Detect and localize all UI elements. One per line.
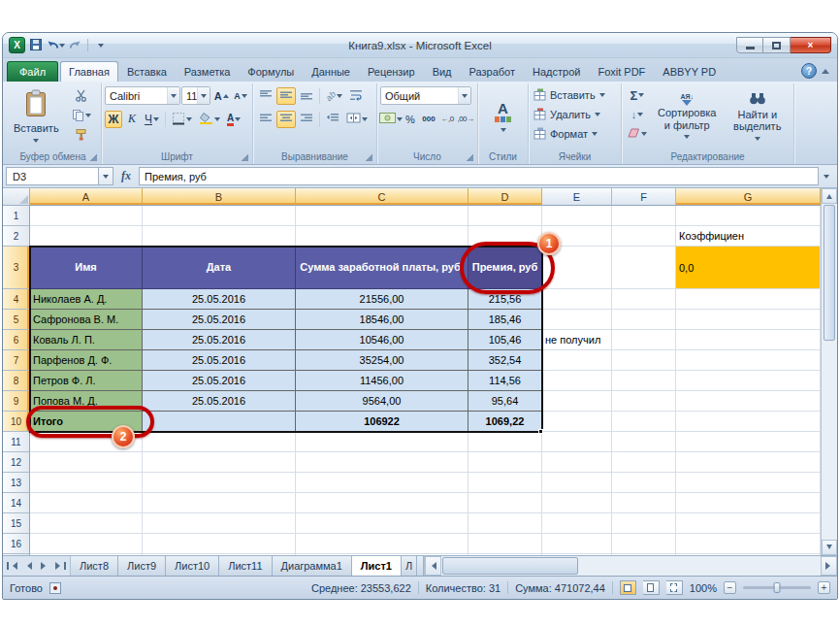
vertical-scroll-track[interactable] — [822, 342, 837, 540]
help-button[interactable]: ? — [801, 63, 817, 79]
cell-A5[interactable]: Сафронова В. М. — [30, 310, 143, 330]
minimize-button[interactable] — [736, 37, 763, 53]
prev-sheet-button[interactable] — [21, 559, 36, 574]
column-header-A[interactable]: A — [30, 188, 143, 206]
cell-A4[interactable]: Николаев А. Д. — [30, 289, 143, 310]
cell-C15[interactable] — [296, 513, 468, 534]
cell-C3[interactable]: Сумма заработной платы, руб. — [296, 247, 468, 289]
cell-C16[interactable] — [296, 534, 468, 554]
select-all-corner[interactable] — [3, 188, 30, 206]
cell-E5[interactable] — [542, 310, 612, 330]
cell-F11[interactable] — [612, 432, 676, 452]
cell-B10[interactable] — [143, 412, 296, 432]
column-header-G[interactable]: G — [676, 188, 821, 206]
zoom-slider-thumb[interactable] — [774, 582, 781, 593]
row-header-3[interactable]: 3 — [3, 247, 30, 289]
cell-A13[interactable] — [30, 473, 143, 493]
cell-F3[interactable] — [612, 247, 676, 289]
cell-E2[interactable] — [542, 226, 612, 247]
cell-A8[interactable]: Петров Ф. Л. — [30, 371, 143, 391]
cell-G6[interactable] — [676, 330, 821, 350]
cell-C17[interactable] — [296, 554, 468, 555]
cell-F6[interactable] — [612, 330, 676, 350]
cell-D14[interactable] — [468, 493, 542, 513]
last-sheet-button[interactable] — [52, 559, 67, 574]
cell-E13[interactable] — [542, 473, 612, 493]
cell-E17[interactable] — [542, 554, 612, 555]
cell-C2[interactable] — [296, 226, 468, 247]
cell-F13[interactable] — [612, 473, 676, 493]
tab-foxit-pdf[interactable]: Foxit PDF — [589, 61, 654, 82]
row-header-7[interactable]: 7 — [3, 350, 30, 371]
cell-G13[interactable] — [676, 473, 821, 493]
cell-F5[interactable] — [612, 310, 676, 330]
insert-cells-button[interactable]: Вставить — [532, 85, 618, 105]
tab-review[interactable]: Рецензир — [359, 61, 424, 82]
cell-D1[interactable] — [468, 206, 542, 226]
save-button[interactable] — [27, 37, 45, 53]
delete-cells-button[interactable]: Удалить — [532, 105, 618, 124]
tab-developer[interactable]: Разработ — [461, 61, 524, 82]
merge-center-button[interactable] — [343, 111, 371, 128]
cell-B1[interactable] — [143, 206, 296, 226]
row-header-5[interactable]: 5 — [3, 310, 30, 330]
cell-A2[interactable] — [30, 226, 143, 247]
vertical-scrollbar[interactable] — [821, 188, 837, 555]
cell-G11[interactable] — [676, 432, 821, 452]
cell-F1[interactable] — [612, 206, 676, 226]
sheet-tab-list11[interactable]: Лист11 — [219, 556, 272, 576]
format-painter-button[interactable] — [69, 126, 94, 144]
page-layout-view-button[interactable] — [643, 580, 660, 595]
cell-G4[interactable] — [676, 289, 821, 310]
align-right-button[interactable] — [297, 111, 316, 128]
next-sheet-button[interactable] — [37, 559, 51, 574]
number-dialog-launcher[interactable] — [466, 153, 473, 161]
cell-F12[interactable] — [612, 452, 676, 473]
cell-C14[interactable] — [296, 493, 468, 513]
horizontal-scroll-thumb[interactable] — [442, 557, 578, 575]
row-header-16[interactable]: 16 — [3, 534, 30, 554]
cell-B12[interactable] — [143, 452, 296, 473]
align-top-button[interactable] — [256, 87, 275, 105]
cell-C1[interactable] — [296, 206, 468, 226]
format-cells-button[interactable]: Формат — [532, 124, 618, 144]
cut-button[interactable] — [69, 87, 94, 105]
zoom-in-button[interactable]: + — [818, 581, 830, 594]
cell-D8[interactable]: 114,56 — [468, 371, 542, 391]
maximize-button[interactable] — [763, 37, 791, 53]
column-header-C[interactable]: C — [296, 188, 468, 206]
cell-B14[interactable] — [143, 493, 296, 513]
cell-B8[interactable]: 25.05.2016 — [143, 371, 296, 391]
row-header-10[interactable]: 10 — [3, 412, 30, 432]
sheet-tab-diagramma1[interactable]: Диаграмма1 — [273, 556, 352, 576]
cell-A12[interactable] — [30, 452, 143, 473]
cell-A14[interactable] — [30, 493, 143, 513]
cell-C13[interactable] — [296, 473, 468, 493]
cell-C4[interactable]: 21556,00 — [296, 289, 468, 310]
cell-G16[interactable] — [676, 534, 821, 554]
cell-D15[interactable] — [468, 513, 542, 534]
tab-split-handle[interactable] — [417, 556, 424, 576]
first-sheet-button[interactable] — [6, 559, 20, 574]
cell-F2[interactable] — [612, 226, 676, 247]
cell-D10[interactable]: 1069,22 — [468, 412, 542, 432]
italic-button[interactable]: К — [123, 111, 141, 128]
tab-home[interactable]: Главная — [60, 61, 118, 82]
row-header-6[interactable]: 6 — [3, 330, 30, 350]
insert-function-button[interactable]: fx — [113, 169, 139, 183]
cell-A3[interactable]: Имя — [30, 247, 143, 289]
cell-C7[interactable]: 35254,00 — [296, 350, 468, 371]
qat-customize-button[interactable] — [92, 37, 110, 53]
cell-D13[interactable] — [468, 473, 542, 493]
cell-F7[interactable] — [612, 350, 676, 371]
horizontal-scrollbar[interactable] — [424, 556, 837, 576]
font-color-button[interactable]: А — [224, 111, 243, 128]
cell-F14[interactable] — [612, 493, 676, 513]
zoom-level[interactable]: 100% — [690, 582, 717, 594]
tab-view[interactable]: Вид — [424, 61, 461, 82]
cell-E11[interactable] — [542, 432, 612, 452]
cell-G12[interactable] — [676, 452, 821, 473]
cell-D17[interactable] — [468, 554, 542, 555]
cell-F17[interactable] — [612, 554, 676, 555]
excel-logo-icon[interactable]: X — [9, 37, 25, 53]
